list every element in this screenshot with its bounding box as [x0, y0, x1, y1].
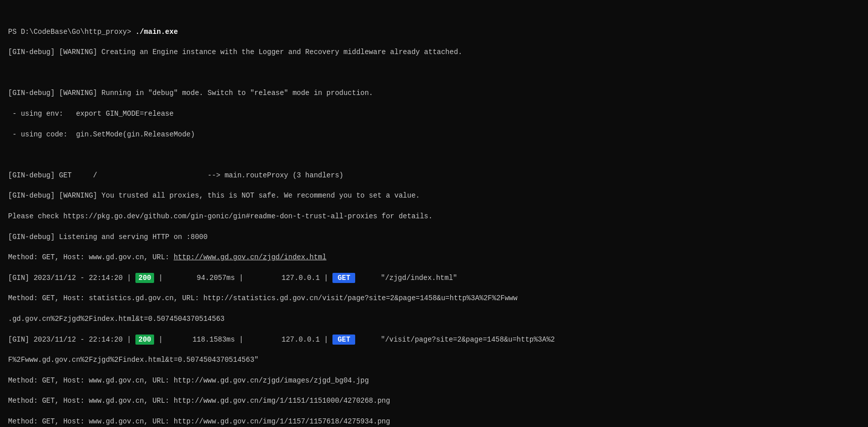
line-20: Method: GET, Host: www.gd.gov.cn, URL: h…	[8, 416, 860, 426]
line-16: [GIN] 2023/11/12 - 22:14:20 | 200 | 118.…	[8, 335, 860, 345]
terminal-output: PS D:\CodeBase\Go\http_proxy> ./main.exe…	[8, 6, 860, 427]
line-6: - using code: gin.SetMode(gin.ReleaseMod…	[8, 129, 860, 139]
prompt-1: PS D:\CodeBase\Go\http_proxy>	[8, 28, 135, 36]
line-14: Method: GET, Host: statistics.gd.gov.cn,…	[8, 293, 860, 303]
line-blank-2	[8, 150, 860, 160]
line-5: - using env: export GIN_MODE=release	[8, 109, 860, 119]
line-11: [GIN-debug] Listening and serving HTTP o…	[8, 232, 860, 242]
line-10: Please check https://pkg.go.dev/github.c…	[8, 211, 860, 221]
method-badge-get-1: GET	[332, 273, 355, 283]
status-badge-200-1: 200	[135, 273, 154, 283]
line-8: [GIN-debug] GET / --> main.routeProxy (3…	[8, 170, 860, 180]
status-badge-200-2: 200	[135, 335, 154, 345]
line-2: [GIN-debug] [WARNING] Creating an Engine…	[8, 47, 860, 57]
line-17: F%2Fwww.gd.gov.cn%2Fzjgd%2Findex.html&t=…	[8, 355, 860, 365]
method-badge-get-2: GET	[332, 335, 355, 345]
line-15: .gd.gov.cn%2Fzjgd%2Findex.html&t=0.50745…	[8, 314, 860, 324]
line-9: [GIN-debug] [WARNING] You trusted all pr…	[8, 191, 860, 201]
cmd-1: ./main.exe	[135, 28, 178, 36]
line-4: [GIN-debug] [WARNING] Running in "debug"…	[8, 88, 860, 98]
line-19: Method: GET, Host: www.gd.gov.cn, URL: h…	[8, 396, 860, 406]
line-blank-1	[8, 68, 860, 78]
url-1: http://www.gd.gov.cn/zjgd/index.html	[174, 253, 326, 261]
line-12: Method: GET, Host: www.gd.gov.cn, URL: h…	[8, 252, 860, 262]
line-1: PS D:\CodeBase\Go\http_proxy> ./main.exe	[8, 27, 860, 37]
line-18: Method: GET, Host: www.gd.gov.cn, URL: h…	[8, 375, 860, 386]
line-13: [GIN] 2023/11/12 - 22:14:20 | 200 | 94.2…	[8, 273, 860, 283]
